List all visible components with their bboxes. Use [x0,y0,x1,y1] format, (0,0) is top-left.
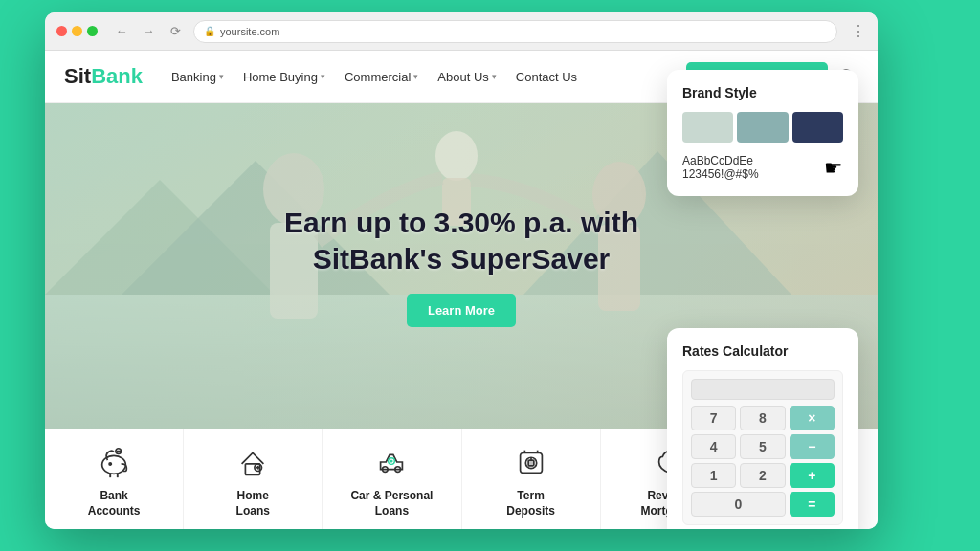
chevron-down-icon: ▾ [413,72,418,81]
calc-key-2[interactable]: 2 [740,463,785,488]
service-card-car-loans[interactable]: Car & PersonalLoans [323,429,461,529]
home-loans-icon [234,443,272,481]
fullscreen-dot[interactable] [87,26,98,36]
swatch-dark [792,112,843,143]
ssl-lock-icon: 🔒 [204,26,215,36]
car-loans-label: Car & PersonalLoans [350,489,433,518]
browser-navigation: ← → ⟳ [111,21,186,42]
service-card-term-deposits[interactable]: TermDeposits [462,429,601,529]
svg-point-7 [435,131,478,181]
hero-text-block: Earn up to 3.30% p.a. with SitBank's Sup… [284,205,638,327]
calc-key-4[interactable]: 4 [691,434,736,459]
close-dot[interactable] [56,26,67,36]
home-loans-label: HomeLoans [236,489,270,518]
calc-key-equals[interactable]: = [790,492,835,517]
minimize-dot[interactable] [72,26,82,36]
rates-calculator-panel: Rates Calculator 7 8 × 4 5 − 1 2 + 0 = [667,328,858,529]
url-text: yoursite.com [220,26,279,37]
nav-banking[interactable]: Banking ▾ [171,70,224,84]
calc-key-minus[interactable]: − [790,434,835,459]
browser-bar: ← → ⟳ 🔒 yoursite.com ⋮ [45,12,878,51]
swatch-light [682,112,733,143]
site-logo: SitBank [64,64,143,89]
service-card-bank-accounts[interactable]: BankAccounts [45,429,184,529]
calc-key-7[interactable]: 7 [691,406,736,430]
calc-key-multiply[interactable]: × [790,406,835,430]
font-sample: AaBbCcDdEe123456!@#$% [682,154,843,181]
calc-key-8[interactable]: 8 [740,406,785,430]
nav-about-us[interactable]: About Us ▾ [437,70,496,84]
calc-key-0[interactable]: 0 [691,492,786,517]
piggy-bank-icon [95,443,133,481]
browser-more-button[interactable]: ⋮ [851,22,866,40]
term-deposits-label: TermDeposits [506,489,555,518]
svg-point-12 [109,463,111,465]
brand-style-title: Brand Style [682,85,843,100]
term-deposits-icon [512,443,550,481]
calc-key-5[interactable]: 5 [740,434,785,459]
forward-button[interactable]: → [138,21,159,42]
svg-point-27 [529,461,533,465]
learn-more-button[interactable]: Learn More [407,294,516,327]
svg-point-11 [102,456,126,474]
logo-bank: Bank [91,64,143,88]
car-loans-icon [372,443,411,481]
calc-key-plus[interactable]: + [790,463,835,488]
nav-commercial[interactable]: Commercial ▾ [345,70,418,84]
hero-headline: Earn up to 3.30% p.a. with SitBank's Sup… [284,205,638,276]
browser-traffic-lights [56,26,98,36]
browser-window: ← → ⟳ 🔒 yoursite.com ⋮ SitBank Banking ▾… [45,12,878,529]
color-swatches [682,112,843,143]
cursor-hand-icon: ☛ [824,156,843,181]
chevron-down-icon: ▾ [219,72,224,81]
logo-sit: Sit [64,64,91,88]
chevron-down-icon: ▾ [321,72,325,81]
service-card-home-loans[interactable]: HomeLoans [184,429,323,529]
main-navigation: Banking ▾ Home Buying ▾ Commercial ▾ Abo… [171,70,577,84]
rates-calculator-title: Rates Calculator [682,343,843,359]
nav-contact-us[interactable]: Contact Us [516,70,577,84]
swatch-mid [737,112,788,143]
back-button[interactable]: ← [111,21,132,42]
calc-display [691,379,835,400]
refresh-button[interactable]: ⟳ [165,21,186,42]
chevron-down-icon: ▾ [492,72,497,81]
calc-key-1[interactable]: 1 [691,463,736,488]
address-bar[interactable]: 🔒 yoursite.com [193,20,837,43]
nav-home-buying[interactable]: Home Buying ▾ [243,70,325,84]
brand-style-panel: Brand Style AaBbCcDdEe123456!@#$% ☛ [667,70,858,196]
bank-accounts-label: BankAccounts [88,489,141,518]
